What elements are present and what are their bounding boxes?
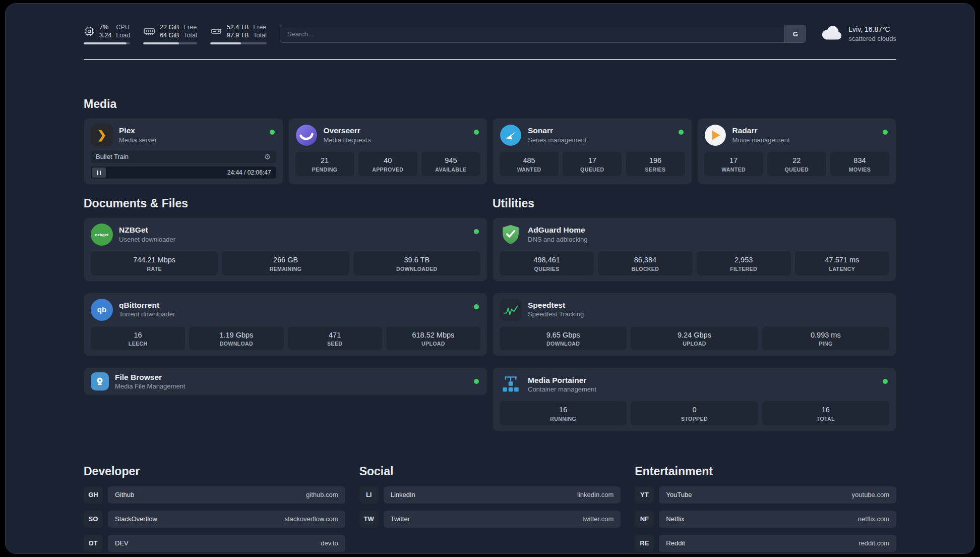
overseerr-icon (295, 124, 318, 146)
nzbget-card[interactable]: nzbget NZBGet Usenet downloader 744.21 M… (84, 217, 487, 282)
stat-value: 485 (502, 156, 557, 166)
disk-icon (210, 25, 222, 37)
bookmark-dev[interactable]: DT DEV dev.to (84, 535, 345, 552)
plex-card[interactable]: ❯ Plex Media server Bullet Train ⚙ 24:44… (84, 118, 283, 185)
bookmark-name: Twitter (391, 515, 410, 523)
sonarr-icon (500, 124, 522, 146)
sonarr-card[interactable]: Sonarr Series management 485 WANTED 17 Q… (493, 118, 692, 185)
stat-tile: 0 STOPPED (631, 401, 758, 425)
radarr-card[interactable]: Radarr Movie management 17 WANTED 22 QUE… (697, 118, 897, 185)
pause-button[interactable] (92, 168, 106, 178)
bookmark-twitter[interactable]: TW Twitter twitter.com (359, 511, 621, 528)
media-section-title: Media (84, 97, 896, 111)
stat-label: PING (764, 341, 887, 347)
bookmark-name: LinkedIn (391, 491, 415, 498)
bookmark-name: Github (115, 491, 134, 498)
stat-tile: 22 QUEUED (767, 152, 826, 176)
stat-value: 618.52 Mbps (388, 330, 478, 341)
stat-value: 22 (769, 156, 824, 166)
stat-label: LEECH (93, 341, 183, 347)
bookmark-abbr: LI (359, 486, 379, 504)
stat-tile: 471 SEED (288, 326, 382, 351)
status-dot (679, 130, 684, 135)
stat-tile: 40 APPROVED (358, 152, 417, 176)
disk-label-top: Free (253, 23, 266, 31)
plex-icon: ❯ (91, 124, 113, 146)
header: 7% 3.24 CPU Load 22 GiB (84, 21, 896, 47)
stat-label: REMAINING (224, 266, 347, 272)
search-input[interactable] (280, 25, 785, 42)
portainer-card[interactable]: Media Portainer Container management 16 … (493, 367, 896, 431)
search-engine-button[interactable]: G (784, 25, 806, 42)
stat-tile: 16 TOTAL (762, 401, 889, 425)
settings-gear-icon[interactable]: ⚙ (264, 153, 271, 160)
stat-value: 471 (290, 330, 380, 341)
stat-value: 47.571 ms (797, 255, 887, 265)
status-dot (883, 379, 888, 384)
bookmark-abbr: TW (359, 511, 379, 528)
bookmark-reddit[interactable]: RE Reddit reddit.com (635, 535, 896, 552)
bookmark-name: Reddit (666, 539, 685, 547)
stat-tile: 17 WANTED (704, 152, 763, 176)
disk-value-top: 52.4 TB (227, 23, 249, 31)
stat-value: 39.6 TB (355, 255, 478, 265)
app-subtitle: Media Requests (324, 136, 371, 145)
stat-tile: 485 WANTED (500, 152, 559, 176)
stat-label: RUNNING (502, 416, 625, 422)
stat-value: 9.24 Gbps (633, 330, 756, 341)
weather-widget[interactable]: Lviv, 16.87°C scattered clouds (819, 25, 896, 43)
stat-tile: 47.571 ms LATENCY (795, 251, 889, 275)
filebrowser-card[interactable]: File Browser Media File Management (84, 367, 487, 396)
ram-label-bottom: Total (183, 31, 197, 39)
bookmark-abbr: YT (635, 486, 654, 504)
cloud-icon (819, 25, 842, 43)
bookmark-github[interactable]: GH Github github.com (84, 486, 345, 504)
stat-value: 196 (628, 156, 683, 166)
stat-label: AVAILABLE (423, 166, 478, 173)
cpu-progress-bar (84, 42, 130, 44)
radarr-icon (704, 124, 726, 146)
media-grid: ❯ Plex Media server Bullet Train ⚙ 24:44… (84, 118, 896, 185)
stat-label: QUEUED (769, 166, 824, 173)
stat-value: 498,461 (502, 255, 592, 265)
app-subtitle: Usenet downloader (119, 236, 175, 244)
ram-icon (143, 25, 155, 37)
stat-label: WANTED (502, 166, 557, 173)
status-dot (474, 130, 479, 135)
stat-tile: 86,384 BLOCKED (598, 251, 692, 275)
qbittorrent-card[interactable]: qb qBittorrent Torrent downloader 16 LEE… (84, 293, 487, 357)
speedtest-card[interactable]: Speedtest Speedtest Tracking 9.65 Gbps D… (493, 293, 896, 357)
bookmark-netflix[interactable]: NF Netflix netflix.com (635, 511, 896, 528)
app-name: File Browser (115, 372, 185, 382)
stat-tile: 21 PENDING (295, 152, 354, 176)
app-subtitle: Series management (528, 136, 586, 145)
app-subtitle: DNS and adblocking (528, 236, 588, 244)
stat-tile: 945 AVAILABLE (421, 152, 480, 176)
ram-label-top: Free (183, 23, 197, 31)
speedtest-graph-icon (500, 299, 522, 321)
stat-value: 834 (832, 156, 887, 166)
stat-tile: 9.65 Gbps DOWNLOAD (500, 326, 627, 351)
stat-value: 2,953 (699, 255, 789, 265)
overseerr-card[interactable]: Overseerr Media Requests 21 PENDING 40 A… (288, 118, 488, 185)
app-subtitle: Media File Management (115, 382, 185, 391)
app-name: Media Portainer (528, 375, 596, 385)
app-subtitle: Speedtest Tracking (528, 310, 584, 319)
stat-value: 40 (360, 156, 415, 166)
stat-tile: 2,953 FILTERED (697, 251, 791, 275)
bookmark-linkedin[interactable]: LI LinkedIn linkedin.com (359, 486, 621, 504)
stat-tile: 498,461 QUERIES (500, 251, 594, 275)
stat-label: DOWNLOAD (502, 341, 625, 347)
status-dot (270, 130, 275, 135)
playback-progress-bar[interactable]: 24:44 / 02:06:47 (91, 166, 276, 179)
ram-stat-widget: 22 GiB 64 GiB Free Total (143, 23, 197, 45)
bookmark-stackoverflow[interactable]: SO StackOverflow stackoverflow.com (84, 511, 345, 528)
stat-value: 16 (502, 405, 625, 415)
stat-value: 0 (633, 405, 756, 415)
stat-tile: 16 LEECH (91, 326, 185, 351)
bookmark-youtube[interactable]: YT YouTube youtube.com (635, 486, 896, 504)
adguard-card[interactable]: AdGuard Home DNS and adblocking 498,461 … (493, 217, 896, 282)
stat-label: DOWNLOAD (191, 341, 281, 347)
app-subtitle: Container management (528, 385, 596, 394)
status-dot (883, 130, 888, 135)
